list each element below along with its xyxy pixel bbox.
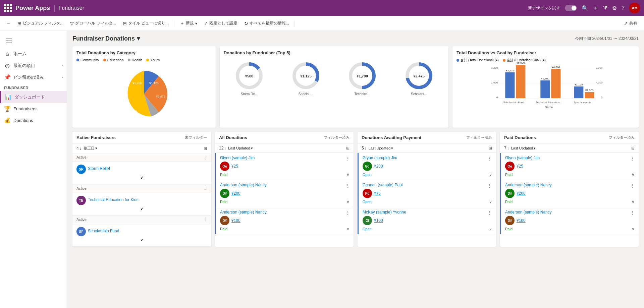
active-sort[interactable]: 修正日 ▾ [84, 146, 97, 151]
paid3-more[interactable]: ⋮ [630, 210, 635, 215]
awaiting3-link[interactable]: McKay (sample) Yvonne [363, 210, 406, 214]
awaiting2-amount[interactable]: ¥75 [374, 191, 381, 196]
donor1-amount[interactable]: ¥25 [231, 164, 238, 169]
share-button[interactable]: ↗ 共有 [621, 18, 640, 28]
donor3-link[interactable]: Anderson (sample) Nancy [220, 210, 267, 214]
try-new-toggle[interactable] [565, 5, 577, 11]
global-filter-button[interactable]: ▽ グローバル フィルタ... [67, 18, 118, 28]
sidebar-item-donations[interactable]: 💰 Donations [0, 115, 67, 126]
sidebar-item-home[interactable]: ⌂ ホーム [0, 48, 67, 60]
scholarship-expand[interactable]: ∨ [76, 236, 207, 244]
hamburger-icon[interactable] [3, 35, 15, 47]
list-item-storm: SR Storm Relief ∨ [72, 162, 211, 184]
storm-avatar: SR [76, 165, 86, 174]
paid2-more[interactable]: ⋮ [630, 183, 635, 188]
donor1-expand[interactable]: ∨ [346, 172, 350, 177]
scholarship-fund-link[interactable]: Scholarship Fund [88, 229, 119, 233]
sidebar-item-dashboard[interactable]: 📊 ダッシュボード [0, 91, 67, 103]
bar-chart-card: Total Donations vs Goal by Fundraiser 合計… [452, 46, 639, 128]
svg-rect-28 [505, 72, 515, 98]
help-icon[interactable]: ? [622, 5, 625, 11]
paid1-more[interactable]: ⋮ [630, 156, 635, 161]
svg-rect-37 [585, 92, 594, 98]
sidebar-recent-label: 最近の項目 [13, 63, 35, 69]
awaiting-view-icon[interactable]: ⊞ [489, 146, 492, 150]
awaiting-sort[interactable]: Last Updated ▾ [369, 146, 393, 150]
donor3-expand[interactable]: ∨ [346, 227, 350, 231]
avatar[interactable]: AM [629, 3, 640, 13]
storm-expand[interactable]: ∨ [76, 174, 207, 181]
view-options-icon[interactable]: ⊞ [204, 146, 207, 151]
storm-relief-link[interactable]: Storm Relief [88, 166, 110, 171]
awaiting1-link[interactable]: Glynn (sample) Jim [363, 156, 397, 160]
visual-filter-button[interactable]: ⊞ ビジュアル フィルタ... [15, 18, 66, 28]
donor2-expand[interactable]: ∨ [346, 199, 350, 204]
svg-text:¥1,125: ¥1,125 [149, 81, 159, 85]
checkmark-icon: ✓ [204, 21, 208, 26]
active-fundraisers-panel: Active Fundraisers 未フィルター 4 ↓ 修正日 ▾ ⊞ A [72, 132, 211, 247]
active-count: 4 ↓ [76, 146, 82, 151]
donor1-avatar: Oe [220, 162, 229, 171]
add-icon[interactable]: ＋ [593, 5, 598, 12]
svg-rect-36 [574, 86, 584, 98]
awaiting3-amount[interactable]: ¥100 [374, 218, 383, 223]
all-donations-sort[interactable]: Last Updated ▾ [228, 146, 253, 150]
paid-view-icon[interactable]: ⊞ [631, 146, 635, 150]
paid3-expand[interactable]: ∨ [632, 227, 635, 231]
legend-community: Community [76, 58, 99, 62]
svg-text:¥2,475: ¥2,475 [156, 95, 166, 98]
back-button[interactable]: ← [4, 19, 13, 28]
global-filter-label: グローバル フィルタ... [75, 20, 116, 26]
all-donations-view-icon[interactable]: ⊞ [346, 146, 350, 150]
paid2-expand[interactable]: ∨ [632, 199, 635, 204]
paid1-amount[interactable]: ¥25 [517, 164, 523, 169]
donor2-more[interactable]: ⋮ [345, 183, 350, 188]
paid1-link[interactable]: Glynn (sample) Jim [505, 156, 540, 160]
waffle-icon[interactable] [4, 4, 12, 12]
awaiting2-expand[interactable]: ∨ [489, 199, 492, 204]
section-more-icon[interactable]: ⋮ [203, 155, 207, 160]
new-button[interactable]: ＋ 新規 ▾ [177, 18, 200, 28]
awaiting1-expand[interactable]: ∨ [489, 172, 492, 177]
awaiting3-expand[interactable]: ∨ [489, 227, 492, 231]
donor1-more[interactable]: ⋮ [345, 156, 350, 161]
donor2-link[interactable]: Anderson (sample) Nancy [220, 183, 267, 187]
sidebar-item-recent[interactable]: ◷ 最近の項目 › [0, 60, 67, 71]
paid3-link[interactable]: Anderson (sample) Nancy [505, 210, 552, 214]
sidebar-item-fundraisers[interactable]: 🏆 Fundraisers [0, 103, 67, 115]
paid2-amount[interactable]: ¥200 [517, 191, 526, 196]
paid2-link[interactable]: Anderson (sample) Nancy [505, 183, 552, 187]
refresh-label: すべてを最新の情報... [250, 20, 289, 26]
filter-icon[interactable]: ⧩ [603, 5, 607, 11]
awaiting3-more[interactable]: ⋮ [487, 210, 492, 215]
awaiting2-more[interactable]: ⋮ [487, 183, 492, 188]
awaiting1-amount[interactable]: ¥200 [374, 164, 383, 169]
svg-text:¥1,700: ¥1,700 [541, 77, 549, 80]
sidebar-item-pinned[interactable]: 📌 ピン留めの済み › [0, 71, 67, 83]
tile-view-button[interactable]: ⊟ タイル ビューに切り... [120, 18, 171, 28]
donor2-amount[interactable]: ¥200 [231, 191, 240, 196]
paid3-avatar: D# [505, 216, 515, 225]
search-icon[interactable]: 🔍 [582, 5, 588, 11]
donor3-amount[interactable]: ¥100 [231, 218, 240, 223]
command-bar: ← ⊞ ビジュアル フィルタ... ▽ グローバル フィルタ... ⊟ タイル … [0, 16, 644, 31]
awaiting2-link[interactable]: Cannon (sample) Paul [363, 183, 402, 187]
paid1-expand[interactable]: ∨ [632, 172, 635, 177]
donuts-chart-title: Donations by Fundraiser (Top 5) [224, 50, 445, 55]
awaiting-item-3: McKay (sample) Yvonne ⋮ Gl ¥100 Open ∨ [359, 207, 496, 234]
donor3-more[interactable]: ⋮ [345, 210, 350, 215]
paid-sort[interactable]: Last Updated ▾ [511, 146, 536, 150]
tech-expand[interactable]: ∨ [76, 205, 207, 212]
donor1-link[interactable]: Glynn (sample) Jim [220, 156, 255, 160]
awaiting1-more[interactable]: ⋮ [487, 156, 492, 161]
section-more-icon3[interactable]: ⋮ [203, 218, 207, 222]
donut-special-svg: ¥1,125 [291, 61, 321, 91]
all-donations-panel: All Donations フィルター済み 12 ↓ Last Updated … [215, 132, 354, 247]
section-more-icon2[interactable]: ⋮ [203, 186, 207, 191]
settings-icon[interactable]: ⚙ [612, 5, 617, 11]
refresh-button[interactable]: ↻ すべてを最新の情報... [241, 18, 292, 28]
set-default-button[interactable]: ✓ 既定として設定 [201, 18, 240, 28]
paid3-amount[interactable]: ¥100 [517, 218, 526, 223]
tech-education-link[interactable]: Technical Education for Kids [88, 197, 139, 202]
expand-chevron: ∨ [140, 175, 143, 180]
